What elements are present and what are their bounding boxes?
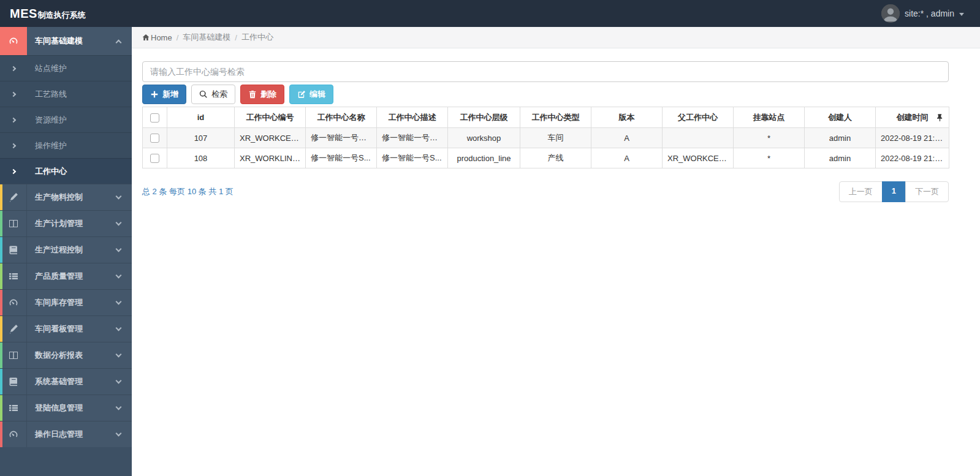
chevron-down-icon bbox=[116, 220, 122, 226]
column-header-工作中心编号: 工作中心编号 bbox=[235, 107, 306, 128]
cell-版本: A bbox=[591, 128, 663, 148]
sidebar-item-车间库存管理[interactable]: 车间库存管理 bbox=[0, 289, 132, 315]
sidebar-subitem-资源维护[interactable]: 资源维护 bbox=[0, 107, 132, 132]
column-header-创建人: 创建人 bbox=[805, 107, 876, 128]
sidebar-subitem-工艺路线[interactable]: 工艺路线 bbox=[0, 81, 132, 107]
select-all-checkbox[interactable] bbox=[150, 113, 159, 123]
sidebar-subitem-label: 资源维护 bbox=[35, 115, 67, 126]
chevron-down-icon bbox=[116, 273, 122, 279]
edit-button-label: 编辑 bbox=[310, 89, 325, 100]
sidebar-item-生产过程控制[interactable]: 生产过程控制 bbox=[0, 236, 132, 263]
cell-创建时间: 2022-08-19 21:1... bbox=[876, 128, 949, 148]
top-navbar: MES 制造执行系统 site:* , admin bbox=[0, 0, 980, 27]
column-header-工作中心名称: 工作中心名称 bbox=[306, 107, 377, 128]
sidebar-item-label: 车间基础建模 bbox=[35, 36, 83, 47]
sidebar-subitem-站点维护[interactable]: 站点维护 bbox=[0, 55, 132, 81]
prev-page-button[interactable]: 上一页 bbox=[839, 181, 883, 202]
cell-创建人: admin bbox=[805, 148, 876, 168]
search-button[interactable]: 检索 bbox=[191, 85, 235, 104]
subitem-chevron-cell bbox=[0, 67, 27, 70]
sidebar-subitem-label: 工作中心 bbox=[35, 166, 67, 177]
sidebar-item-系统基础管理[interactable]: 系统基础管理 bbox=[0, 368, 132, 395]
table-row-107[interactable]: 107XR_WORKCEN...修一智能一号车间修一智能一号车间workshop… bbox=[143, 128, 949, 148]
sidebar-item-生产物料控制[interactable]: 生产物料控制 bbox=[0, 184, 132, 210]
sidebar-subitem-工作中心[interactable]: 工作中心 bbox=[0, 158, 132, 184]
sidebar-subitem-操作维护[interactable]: 操作维护 bbox=[0, 132, 132, 158]
row-checkbox[interactable] bbox=[150, 154, 159, 163]
cell-工作中心名称: 修一智能一号S... bbox=[306, 148, 377, 168]
layout: 车间基础建模站点维护工艺路线资源维护操作维护工作中心生产物料控制生产计划管理生产… bbox=[0, 27, 980, 476]
column-header-工作中心描述: 工作中心描述 bbox=[377, 107, 448, 128]
column-header-父工作中心: 父工作中心 bbox=[663, 107, 734, 128]
list-icon bbox=[9, 403, 18, 413]
sidebar-item-操作日志管理[interactable]: 操作日志管理 bbox=[0, 421, 132, 447]
pagination-bar: 总 2 条 每页 10 条 共 1 页 上一页 1 下一页 bbox=[142, 181, 949, 202]
work-center-table: id工作中心编号工作中心名称工作中心描述工作中心层级工作中心类型版本父工作中心挂… bbox=[142, 107, 949, 168]
page-number-1[interactable]: 1 bbox=[882, 181, 906, 202]
plus-icon bbox=[150, 90, 159, 99]
list-icon bbox=[9, 271, 18, 281]
sidebar-nav: 车间基础建模站点维护工艺路线资源维护操作维护工作中心生产物料控制生产计划管理生产… bbox=[0, 27, 132, 476]
cell-父工作中心: XR_WORKCEN... bbox=[663, 148, 734, 168]
pushpin-icon[interactable] bbox=[936, 113, 944, 121]
book-icon bbox=[9, 377, 18, 387]
sidebar-item-数据分析报表[interactable]: 数据分析报表 bbox=[0, 342, 132, 368]
sidebar-item-label: 车间库存管理 bbox=[35, 297, 83, 308]
category-color-stripe bbox=[0, 237, 2, 263]
cell-挂靠站点: * bbox=[734, 128, 805, 148]
search-input[interactable] bbox=[142, 61, 949, 82]
user-menu[interactable]: site:* , admin bbox=[881, 4, 980, 23]
category-color-stripe bbox=[0, 369, 2, 395]
sidebar-icon-cell bbox=[0, 369, 27, 395]
subitem-chevron-cell bbox=[0, 93, 27, 96]
sidebar-item-登陆信息管理[interactable]: 登陆信息管理 bbox=[0, 395, 132, 421]
row-checkbox[interactable] bbox=[150, 134, 159, 143]
search-button-label: 检索 bbox=[211, 89, 227, 100]
sidebar-item-生产计划管理[interactable]: 生产计划管理 bbox=[0, 210, 132, 236]
sidebar-item-车间看板管理[interactable]: 车间看板管理 bbox=[0, 315, 132, 342]
search-icon bbox=[199, 90, 208, 99]
cell-创建人: admin bbox=[805, 128, 876, 148]
gauge-icon bbox=[9, 36, 18, 46]
sidebar-icon-cell bbox=[0, 263, 27, 289]
sidebar-icon-cell bbox=[0, 290, 27, 315]
cell-工作中心编号: XR_WORKLINE... bbox=[235, 148, 306, 168]
column-header-版本: 版本 bbox=[591, 107, 663, 128]
chevron-down-icon bbox=[116, 378, 122, 384]
chevron-down-icon bbox=[116, 194, 122, 200]
cell-工作中心描述: 修一智能一号S... bbox=[377, 148, 448, 168]
sidebar-item-车间基础建模[interactable]: 车间基础建模 bbox=[0, 27, 132, 55]
sidebar-item-产品质量管理[interactable]: 产品质量管理 bbox=[0, 263, 132, 289]
mes-app: MES 制造执行系统 site:* , admin 车间基础建模站点维护工艺路线… bbox=[0, 0, 980, 476]
caret-down-icon bbox=[959, 13, 964, 16]
sidebar-subitem-label: 站点维护 bbox=[35, 63, 67, 74]
cell-父工作中心 bbox=[663, 128, 734, 148]
column-header-工作中心层级: 工作中心层级 bbox=[448, 107, 520, 128]
next-page-button[interactable]: 下一页 bbox=[905, 181, 949, 202]
category-color-stripe bbox=[0, 184, 2, 210]
brand-text-suffix: 制造执行系统 bbox=[38, 10, 86, 21]
sidebar-icon-cell bbox=[0, 395, 27, 421]
breadcrumb-separator: / bbox=[235, 33, 237, 42]
breadcrumb-home[interactable]: Home bbox=[142, 33, 172, 42]
cell-工作中心描述: 修一智能一号车间 bbox=[377, 128, 448, 148]
category-color-stripe bbox=[0, 421, 2, 447]
sidebar-item-label: 数据分析报表 bbox=[35, 350, 83, 361]
category-color-stripe bbox=[0, 316, 2, 342]
sidebar-icon-cell bbox=[0, 27, 27, 55]
chevron-right-icon bbox=[11, 91, 16, 96]
cell-工作中心名称: 修一智能一号车间 bbox=[306, 128, 377, 148]
sidebar-icon-cell bbox=[0, 316, 27, 342]
delete-button[interactable]: 删除 bbox=[240, 85, 284, 104]
chevron-down-icon bbox=[116, 299, 122, 305]
cell-id: 108 bbox=[167, 148, 235, 168]
row-select-cell bbox=[143, 128, 167, 148]
breadcrumb-item-parent[interactable]: 车间基础建模 bbox=[183, 32, 230, 43]
main-area: Home / 车间基础建模 / 工作中心 新增 bbox=[132, 27, 980, 476]
table-row-108[interactable]: 108XR_WORKLINE...修一智能一号S...修一智能一号S...pro… bbox=[143, 148, 949, 168]
add-button[interactable]: 新增 bbox=[142, 85, 186, 104]
column-header-创建时间: 创建时间 bbox=[876, 107, 949, 128]
cell-工作中心类型: 产线 bbox=[520, 148, 591, 168]
category-color-stripe bbox=[0, 263, 2, 289]
edit-button[interactable]: 编辑 bbox=[289, 85, 333, 104]
